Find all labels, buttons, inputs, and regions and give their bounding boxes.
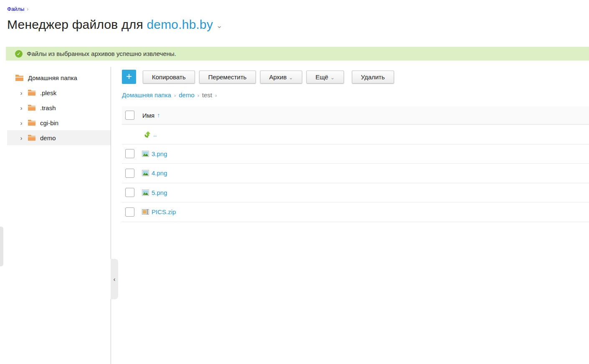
open-folder-icon bbox=[15, 74, 24, 81]
expand-chevron-icon[interactable]: › bbox=[18, 90, 24, 96]
row-checkbox[interactable] bbox=[125, 169, 134, 178]
folder-tree: Домашняя папка › .plesk › .trash › cgi-b… bbox=[0, 67, 111, 364]
collapse-sidebar-handle[interactable]: ‹ bbox=[111, 259, 118, 299]
page-title: Менеджер файлов для demo.hb.by⌄ bbox=[7, 18, 222, 32]
row-checkbox[interactable] bbox=[125, 188, 134, 197]
table-row: 5.png bbox=[122, 183, 589, 203]
page-title-prefix: Менеджер файлов для bbox=[7, 18, 147, 31]
plus-icon: + bbox=[126, 70, 132, 83]
more-button[interactable]: Ещё⌄ bbox=[306, 71, 344, 83]
tree-item-label: .plesk bbox=[40, 89, 56, 96]
row-checkbox[interactable] bbox=[125, 149, 134, 158]
select-all-checkbox[interactable] bbox=[125, 111, 134, 120]
table-row: 3.png bbox=[122, 144, 589, 164]
archive-button[interactable]: Архив⌄ bbox=[260, 71, 302, 83]
copy-button[interactable]: Копировать bbox=[143, 71, 195, 83]
chevron-down-icon[interactable]: ⌄ bbox=[216, 22, 222, 30]
tree-item-demo[interactable]: › demo bbox=[7, 130, 111, 145]
file-link[interactable]: 3.png bbox=[152, 150, 167, 157]
move-button[interactable]: Переместить bbox=[199, 71, 256, 83]
expand-chevron-icon[interactable]: › bbox=[18, 135, 24, 141]
breadcrumb-current: test bbox=[202, 91, 212, 99]
add-button[interactable]: + bbox=[122, 70, 136, 84]
delete-button[interactable]: Удалить bbox=[352, 71, 394, 83]
breadcrumb: Файлы› bbox=[7, 6, 28, 12]
file-table: Имя ↑ .. 3.png bbox=[122, 106, 589, 222]
image-file-icon bbox=[142, 189, 149, 196]
row-checkbox[interactable] bbox=[125, 207, 134, 217]
folder-icon bbox=[28, 119, 36, 126]
table-header-row: Имя ↑ bbox=[122, 106, 589, 125]
tree-item-label: cgi-bin bbox=[40, 119, 58, 126]
breadcrumb-files-link[interactable]: Файлы bbox=[7, 6, 24, 12]
success-check-icon: ✓ bbox=[15, 50, 23, 58]
tree-item-plesk[interactable]: › .plesk bbox=[0, 85, 111, 100]
file-link[interactable]: .. bbox=[153, 131, 157, 138]
chevron-right-icon: › bbox=[27, 6, 28, 12]
image-file-icon bbox=[142, 169, 149, 177]
chevron-right-icon: › bbox=[174, 92, 176, 99]
expand-chevron-icon[interactable]: › bbox=[18, 120, 24, 126]
folder-icon bbox=[28, 89, 36, 96]
alert-message: Файлы из выбранных архивов успешно извле… bbox=[27, 50, 176, 57]
tree-item-cgi-bin[interactable]: › cgi-bin bbox=[0, 115, 111, 130]
folder-icon bbox=[28, 104, 36, 111]
name-column-header[interactable]: Имя bbox=[142, 112, 154, 119]
tree-item-label: Домашняя папка bbox=[28, 74, 77, 81]
sort-asc-icon[interactable]: ↑ bbox=[157, 112, 160, 119]
expand-chevron-icon[interactable]: › bbox=[18, 105, 24, 111]
more-button-label: Ещё bbox=[316, 73, 329, 81]
file-link[interactable]: PICS.zip bbox=[152, 208, 176, 215]
breadcrumb-demo-link[interactable]: demo bbox=[179, 91, 195, 99]
domain-link[interactable]: demo.hb.by bbox=[147, 18, 213, 31]
success-alert: ✓ Файлы из выбранных архивов успешно изв… bbox=[6, 47, 589, 61]
sidebar-divider bbox=[111, 67, 111, 364]
folder-icon bbox=[28, 134, 36, 141]
path-breadcrumb: Домашняя папка›demo›test› bbox=[122, 91, 220, 99]
tree-item-label: demo bbox=[40, 134, 56, 142]
chevron-left-icon: ‹ bbox=[114, 276, 116, 283]
left-scrollbar-thumb[interactable] bbox=[0, 227, 3, 266]
chevron-right-icon: › bbox=[215, 92, 217, 99]
table-row: 4.png bbox=[122, 164, 589, 183]
toolbar: + Копировать Переместить Архив⌄ Ещё⌄ Уда… bbox=[122, 70, 398, 84]
caret-down-icon: ⌄ bbox=[289, 75, 293, 81]
table-row: PICS.zip bbox=[122, 202, 589, 222]
table-row: .. bbox=[122, 125, 589, 144]
archive-button-label: Архив bbox=[269, 73, 287, 81]
image-file-icon bbox=[142, 150, 149, 157]
breadcrumb-home-link[interactable]: Домашняя папка bbox=[122, 91, 171, 99]
tree-item-label: .trash bbox=[40, 104, 56, 111]
caret-down-icon: ⌄ bbox=[330, 75, 334, 81]
file-link[interactable]: 5.png bbox=[152, 189, 167, 196]
chevron-right-icon: › bbox=[197, 92, 199, 99]
zip-file-icon bbox=[142, 208, 149, 215]
parent-dir-icon bbox=[144, 131, 151, 138]
file-link[interactable]: 4.png bbox=[152, 169, 167, 177]
tree-item-home[interactable]: Домашняя папка bbox=[0, 70, 111, 85]
tree-item-trash[interactable]: › .trash bbox=[0, 100, 111, 115]
